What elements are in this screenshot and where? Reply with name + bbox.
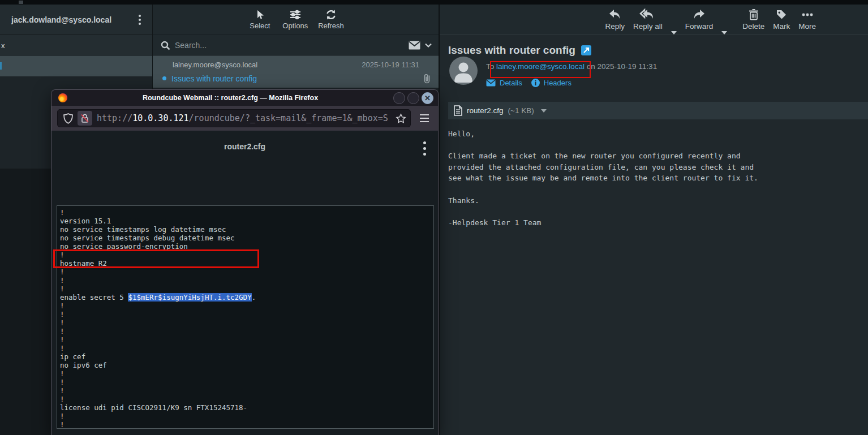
message-subject-title: Issues with router config — [448, 44, 575, 57]
firefox-popup-window: Roundcube Webmail :: router2.cfg — Mozil… — [51, 89, 439, 435]
cursor-icon — [254, 9, 265, 20]
delete-button[interactable]: Delete — [742, 9, 764, 31]
message-body-text: Hello, Client made a ticket on the new r… — [448, 128, 862, 228]
menu-hamburger-icon[interactable] — [416, 112, 432, 124]
window-title: Roundcube Webmail :: router2.cfg — Mozil… — [67, 94, 393, 102]
folder-icon-fragment — [0, 62, 2, 70]
search-scope-mail-icon[interactable] — [409, 41, 420, 50]
headers-label: Headers — [544, 79, 571, 87]
details-envelope-icon — [486, 79, 496, 87]
insecure-lock-icon[interactable] — [78, 111, 92, 126]
unread-dot-icon — [162, 76, 166, 80]
desktop-top-strip — [0, 0, 868, 5]
preview-header: router2.cfg — [51, 131, 438, 163]
search-input[interactable]: Search... — [175, 41, 404, 50]
reply-label: Reply — [605, 22, 625, 31]
top-strip-tick — [19, 1, 23, 4]
refresh-label: Refresh — [318, 21, 344, 30]
preview-file-title: router2.cfg — [51, 142, 438, 151]
selected-secret-hash: $1$mERr$isugnYiHsjHT.i.tc2GDY — [128, 293, 251, 302]
reply-button[interactable]: Reply — [605, 9, 625, 31]
select-label: Select — [250, 21, 270, 30]
headers-toggle[interactable]: Headers — [531, 79, 571, 87]
window-titlebar[interactable]: Roundcube Webmail :: router2.cfg — Mozil… — [51, 90, 438, 106]
minimize-button[interactable] — [393, 92, 405, 104]
url-bar[interactable]: http://10.0.30.121/roundcube/?_task=mail… — [57, 109, 411, 127]
list-toolbar: Select Options — [153, 5, 439, 35]
forward-label: Forward — [685, 22, 714, 31]
search-bar[interactable]: Search... — [153, 35, 439, 56]
details-toggle[interactable]: Details — [486, 79, 522, 87]
reply-all-label: Reply all — [633, 22, 663, 31]
url-text[interactable]: http://10.0.30.121/roundcube/?_task=mail… — [97, 113, 392, 123]
attachment-name: router2.cfg — [467, 106, 504, 115]
folder-item-partial[interactable]: x — [0, 35, 152, 56]
reply-all-button[interactable]: Reply all — [633, 9, 663, 31]
url-host: 10.0.30.121 — [132, 113, 188, 123]
folder-item-selected[interactable] — [0, 56, 152, 76]
tag-icon — [776, 9, 787, 20]
preview-kebab-icon[interactable] — [421, 139, 428, 158]
options-label: Options — [282, 21, 308, 30]
config-file-viewer[interactable]: ! version 15.1 no service timestamps log… — [57, 205, 434, 429]
attachment-paperclip-icon — [423, 73, 431, 84]
forward-dropdown-caret[interactable] — [721, 31, 727, 35]
message-sender: lainey.moore@sysco.local — [173, 61, 257, 69]
delete-label: Delete — [742, 22, 764, 31]
more-button[interactable]: More — [798, 9, 816, 31]
attachment-preview-page: router2.cfg ! version 15.1 no service ti… — [51, 131, 438, 435]
forward-icon — [692, 9, 706, 20]
message-date: 2025-10-19 11:31 — [362, 61, 419, 69]
url-scheme: http:// — [97, 113, 132, 123]
more-label: More — [798, 22, 816, 31]
reply-icon — [608, 9, 622, 20]
search-scope-chevron-icon[interactable] — [425, 43, 432, 48]
details-label: Details — [500, 79, 522, 87]
reply-all-icon — [640, 9, 655, 20]
attachment-dropdown-caret[interactable] — [541, 109, 547, 113]
screen: jack.dowland@sysco.local x Select — [0, 0, 868, 435]
to-label: To — [486, 62, 496, 71]
account-menu-kebab-icon[interactable] — [134, 11, 145, 28]
options-button[interactable]: Options — [282, 9, 308, 30]
bookmark-star-icon[interactable] — [396, 114, 406, 123]
headers-info-icon — [531, 79, 540, 87]
url-path: /roundcube/?_task=mail&_frame=1&_mbox=S — [189, 113, 388, 123]
config-text: ! version 15.1 no service timestamps log… — [57, 206, 433, 429]
attachment-size: (~1 KB) — [508, 106, 534, 115]
trash-icon — [749, 9, 759, 20]
browser-toolbar: http://10.0.30.121/roundcube/?_task=mail… — [51, 106, 438, 131]
mark-label: Mark — [773, 22, 790, 31]
tracking-shield-icon[interactable] — [63, 113, 73, 124]
account-header: jack.dowland@sysco.local — [0, 5, 152, 35]
refresh-icon — [325, 9, 337, 20]
message-subject: Issues with router config — [171, 74, 423, 83]
message-toolbar: Reply Reply all Forward — [440, 5, 868, 35]
refresh-button[interactable]: Refresh — [318, 9, 344, 30]
ellipsis-icon — [801, 9, 814, 20]
select-button[interactable]: Select — [247, 9, 272, 30]
attachment-bar[interactable]: router2.cfg (~1 KB) — [448, 102, 868, 119]
sender-avatar — [449, 57, 478, 85]
open-in-new-window-icon[interactable] — [581, 45, 591, 55]
message-view: Issues with router config To lainey.moor… — [440, 35, 868, 435]
reply-all-dropdown-caret[interactable] — [671, 31, 677, 35]
attachment-file-icon — [454, 105, 462, 116]
message-list-item[interactable]: lainey.moore@sysco.local 2025-10-19 11:3… — [153, 56, 439, 88]
mark-button[interactable]: Mark — [773, 9, 790, 31]
reading-pane: Reply Reply all Forward — [439, 5, 868, 435]
maximize-button[interactable] — [407, 92, 419, 104]
folder-item-partial-label: x — [1, 41, 5, 50]
search-icon — [161, 41, 170, 50]
forward-button[interactable]: Forward — [685, 9, 714, 31]
recipient-address-link[interactable]: lainey.moore@sysco.local — [496, 62, 585, 71]
account-name: jack.dowland@sysco.local — [11, 15, 134, 24]
recipient-line: To lainey.moore@sysco.local on 2025-10-1… — [486, 62, 657, 71]
close-button[interactable]: ✕ — [422, 92, 433, 104]
date-text: on 2025-10-19 11:31 — [585, 62, 657, 71]
firefox-logo-icon — [58, 93, 67, 102]
options-sliders-icon — [289, 9, 302, 20]
